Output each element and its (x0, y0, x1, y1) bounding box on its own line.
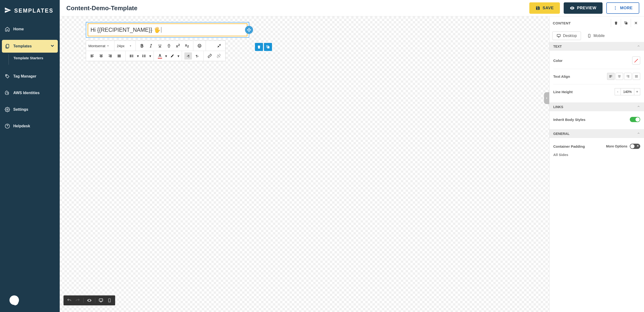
mobile-view-button[interactable] (106, 297, 113, 304)
text-block[interactable]: Hi {{RECIPIENT_NAME}} 🖐 (86, 22, 249, 38)
bold-button[interactable] (138, 42, 146, 49)
svg-point-1 (6, 75, 7, 76)
section-general-header[interactable]: GENERAL (550, 129, 644, 138)
sidebar-item-settings[interactable]: Settings (2, 104, 58, 115)
sidebar-item-templates[interactable]: Templates (2, 40, 58, 53)
svg-point-13 (130, 57, 130, 57)
bold-icon (140, 44, 144, 48)
panel-header: CONTENT (550, 16, 644, 30)
align-justify-button[interactable] (116, 52, 123, 60)
brand-name: SEMPLATES (14, 8, 54, 14)
section-text-header[interactable]: TEXT (550, 42, 644, 51)
all-sides-label: All Sides (553, 152, 640, 158)
text-color-dropdown[interactable]: ▾ (165, 54, 167, 58)
highlight-dropdown[interactable]: ▾ (178, 54, 179, 58)
list-ol-dropdown[interactable]: ▾ (149, 54, 151, 58)
subscript-button[interactable]: x2 (183, 42, 191, 49)
align-right-button[interactable] (106, 52, 114, 60)
chat-bubble-icon[interactable] (10, 295, 19, 305)
sidebar-item-aws-identities[interactable]: AWS Identities (2, 87, 58, 99)
svg-point-4 (615, 7, 616, 7)
redo-button[interactable] (74, 297, 82, 304)
sidebar-subitem-template-starters[interactable]: Template Starters (14, 56, 55, 60)
ordered-list-button[interactable]: 123 (140, 52, 148, 60)
tab-mobile[interactable]: Mobile (583, 32, 609, 40)
preview-button[interactable]: PREVIEW (564, 2, 602, 14)
panel-close-button[interactable] (631, 19, 641, 27)
canvas-area[interactable]: Hi {{RECIPIENT_NAME}} 🖐 (60, 16, 549, 312)
collapse-toolbar-button[interactable] (216, 42, 223, 49)
panel-duplicate-button[interactable] (621, 19, 631, 27)
desktop-icon (98, 298, 103, 303)
move-handle-icon[interactable] (245, 26, 253, 34)
text-color-button[interactable]: A (156, 52, 164, 60)
ltr-button[interactable]: ›¶ (184, 52, 192, 60)
chevron-up-icon (637, 44, 640, 48)
delete-block-button[interactable] (255, 43, 263, 51)
highlight-button[interactable] (168, 52, 176, 60)
save-button[interactable]: SAVE (529, 2, 560, 14)
line-height-increment[interactable]: + (634, 88, 640, 95)
sidebar-submenu: Template Starters (8, 54, 58, 65)
strikethrough-button[interactable] (165, 42, 173, 49)
more-button[interactable]: MORE (606, 2, 639, 14)
sidebar-item-tag-manager[interactable]: Tag Manager (2, 70, 58, 82)
text-color-swatch[interactable] (632, 57, 640, 65)
trash-icon (614, 21, 618, 25)
font-family-select[interactable]: Montserrat▾ (88, 44, 109, 48)
panel-collapse-handle[interactable] (544, 92, 549, 104)
sidebar-item-label: Home (13, 27, 24, 31)
color-label: Color (553, 59, 562, 63)
section-links-header[interactable]: LINKS (550, 102, 644, 111)
chevron-right-icon (545, 97, 548, 100)
tab-desktop[interactable]: Desktop (552, 32, 581, 40)
line-height-decrement[interactable]: - (614, 88, 621, 95)
font-size-select[interactable]: 24px▾ (117, 44, 131, 48)
svg-point-6 (615, 9, 616, 10)
align-center-button[interactable] (98, 52, 105, 60)
panel-delete-button[interactable] (611, 19, 621, 27)
list-ol-icon: 123 (142, 54, 146, 58)
line-height-input[interactable] (621, 88, 634, 95)
inherit-body-toggle[interactable] (630, 117, 640, 122)
block-actions (255, 43, 272, 51)
unlink-icon (216, 54, 221, 58)
align-justify-option[interactable] (633, 73, 640, 80)
redo-icon (75, 298, 80, 303)
logo[interactable]: SEMPLATES (0, 0, 60, 23)
duplicate-block-button[interactable] (264, 43, 272, 51)
preview-eye-button[interactable] (86, 297, 93, 304)
bottom-toolbar (64, 295, 115, 305)
unordered-list-button[interactable] (128, 52, 136, 60)
main: Content-Demo-Template SAVE PREVIEW MORE … (60, 0, 644, 312)
superscript-button[interactable]: x2 (174, 42, 182, 49)
copy-icon (266, 45, 270, 49)
paper-plane-icon (4, 7, 11, 15)
sidebar-item-home[interactable]: Home (2, 23, 58, 35)
svg-rect-17 (99, 299, 103, 301)
sidebar-item-helpdesk[interactable]: Helpdesk (2, 120, 58, 132)
svg-point-11 (130, 55, 130, 55)
text-block-content[interactable]: Hi {{RECIPIENT_NAME}} 🖐 (88, 24, 247, 36)
emoji-icon (197, 44, 202, 48)
link-icon (208, 54, 212, 58)
undo-button[interactable] (66, 297, 73, 304)
align-left-icon (90, 54, 94, 58)
align-left-option[interactable] (607, 73, 614, 80)
mobile-icon (107, 298, 112, 303)
list-ul-dropdown[interactable]: ▾ (137, 54, 139, 58)
rtl-button[interactable]: ¶‹ (193, 52, 201, 60)
italic-icon (149, 44, 153, 48)
line-height-stepper: - + (614, 88, 640, 95)
align-right-option[interactable] (624, 73, 632, 80)
align-center-option[interactable] (616, 73, 623, 80)
unlink-button[interactable] (215, 52, 222, 60)
more-options-toggle[interactable]: ✕ (630, 144, 640, 149)
link-button[interactable] (206, 52, 214, 60)
align-left-button[interactable] (88, 52, 96, 60)
emoji-button[interactable] (196, 42, 203, 49)
desktop-view-button[interactable] (97, 297, 105, 304)
italic-button[interactable] (147, 42, 155, 49)
home-icon (5, 27, 10, 32)
underline-button[interactable] (156, 42, 164, 49)
